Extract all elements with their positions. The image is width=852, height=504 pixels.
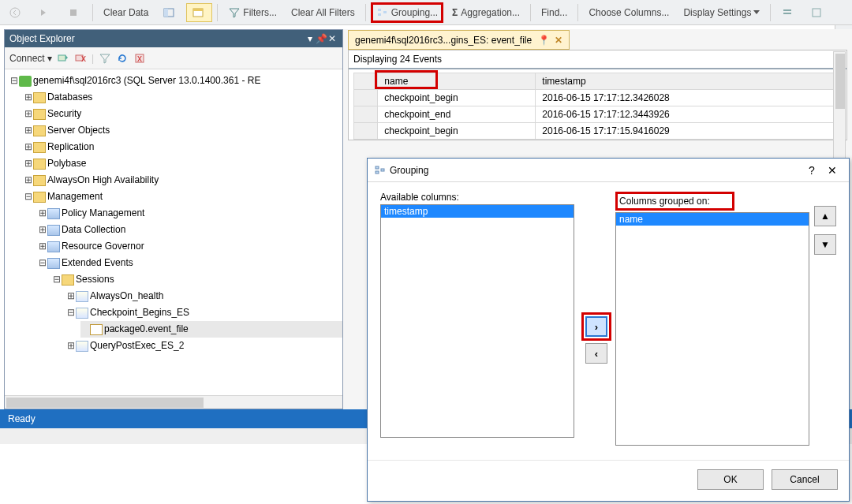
tree-replication[interactable]: Replication [47, 141, 94, 152]
dialog-help-button[interactable]: ? [802, 164, 822, 177]
svg-rect-3 [164, 9, 168, 17]
overflow-1-button[interactable] [775, 3, 802, 22]
pin-icon[interactable]: 📌 [316, 33, 327, 44]
svg-rect-6 [378, 9, 381, 11]
grid-corner [354, 73, 378, 90]
tree-policy-mgmt[interactable]: Policy Management [62, 207, 144, 218]
list-item[interactable]: name [616, 213, 809, 226]
tree-server-objects[interactable]: Server Objects [47, 125, 110, 136]
grid-cell[interactable]: checkpoint_begin [378, 90, 536, 106]
tree-server-node[interactable]: genemi4f\sql2016rc3 (SQL Server 13.0.140… [33, 75, 260, 86]
document-body: Displaying 24 Events name timestamp chec… [348, 50, 847, 140]
tree-extended-events[interactable]: Extended Events [62, 257, 133, 268]
grouped-columns-label: Columns grouped on: [615, 192, 734, 211]
grid-cell[interactable]: checkpoint_end [378, 106, 536, 123]
grid-col-timestamp[interactable]: timestamp [536, 73, 841, 90]
tree-alwayson-health[interactable]: AlwaysOn_health [90, 290, 163, 301]
tree-checkpoint-begins[interactable]: Checkpoint_Begins_ES [90, 307, 189, 318]
available-columns-listbox[interactable]: timestamp [380, 204, 574, 438]
filters-button[interactable]: Filters... [222, 3, 282, 22]
overflow-2-button[interactable] [805, 3, 831, 22]
choose-columns-button[interactable]: Choose Columns... [583, 3, 674, 22]
tab-close-icon[interactable]: ✕ [555, 35, 562, 46]
find-button[interactable]: Find... [536, 3, 573, 22]
grid-cell[interactable]: 2016-06-15 17:17:15.9416029 [536, 123, 841, 140]
svg-rect-12 [58, 55, 65, 61]
cancel-button[interactable]: Cancel [772, 469, 838, 490]
move-up-button[interactable]: ▲ [814, 206, 836, 226]
oe-hscrollbar[interactable] [5, 395, 342, 409]
tree-sessions[interactable]: Sessions [76, 274, 114, 285]
tree-alwayson-ha[interactable]: AlwaysOn High Availability [47, 174, 159, 185]
connect-button[interactable]: Connect ▾ [9, 53, 52, 64]
clear-data-button[interactable]: Clear Data [98, 3, 154, 22]
svg-point-0 [10, 8, 20, 17]
oe-filter-icon[interactable] [99, 52, 111, 65]
list-item[interactable]: timestamp [381, 205, 574, 218]
grid-cell[interactable]: checkpoint_begin [378, 123, 536, 140]
tab-pin-icon[interactable]: 📍 [538, 35, 550, 46]
svg-rect-18 [376, 171, 379, 174]
tree-polybase[interactable]: Polybase [47, 158, 86, 169]
svg-rect-11 [813, 9, 820, 17]
oe-stop-icon[interactable]: x [133, 52, 146, 65]
oe-connect-icon[interactable] [57, 52, 69, 65]
move-left-button[interactable]: ‹ [585, 343, 607, 364]
oe-disconnect-icon[interactable]: x [74, 52, 87, 65]
oe-refresh-icon[interactable] [116, 52, 129, 65]
object-explorer-pane: Object Explorer ▾ 📌 ✕ Connect ▾ x | x ⊟g… [4, 29, 343, 409]
ok-button[interactable]: OK [697, 469, 764, 490]
move-down-button[interactable]: ▼ [814, 234, 836, 255]
display-settings-button[interactable]: Display Settings [678, 3, 765, 22]
grouping-dialog: Grouping ? ✕ Available columns: timestam… [367, 158, 850, 502]
aggregation-button[interactable]: ΣAggregation... [447, 3, 525, 22]
toggle-1-button[interactable] [157, 3, 183, 22]
svg-text:x: x [81, 53, 86, 64]
svg-rect-5 [193, 9, 203, 11]
grid-col-name[interactable]: name [378, 73, 536, 90]
document-tab[interactable]: genemi4f\sql2016rc3...gins_ES: event_fil… [348, 30, 570, 50]
stop-button[interactable] [62, 3, 88, 22]
tree-querypostexec[interactable]: QueryPostExec_ES_2 [90, 340, 184, 351]
pane-menu-icon[interactable]: ▾ [308, 33, 312, 44]
dialog-close-button[interactable]: ✕ [822, 164, 843, 177]
grouping-button[interactable]: Grouping... [371, 2, 443, 23]
dialog-titlebar[interactable]: Grouping ? ✕ [368, 159, 849, 182]
svg-rect-19 [381, 169, 384, 171]
svg-rect-8 [383, 11, 387, 13]
toggle-2-button[interactable] [186, 3, 212, 22]
events-grid[interactable]: name timestamp checkpoint_begin2016-06-1… [353, 73, 841, 140]
object-explorer-title: Object Explorer ▾ 📌 ✕ [5, 30, 342, 47]
tree-management[interactable]: Management [47, 191, 103, 202]
close-icon[interactable]: ✕ [327, 33, 338, 44]
svg-rect-17 [376, 166, 379, 169]
main-toolbar: Clear Data Filters... Clear All Filters … [0, 0, 852, 25]
tree-resource-gov[interactable]: Resource Governor [62, 241, 144, 252]
move-right-button[interactable]: › [585, 316, 607, 337]
tree-data-collection[interactable]: Data Collection [62, 224, 125, 235]
nav-fwd-button[interactable] [32, 3, 58, 22]
tree-security[interactable]: Security [47, 108, 81, 119]
object-explorer-toolbar: Connect ▾ x | x [5, 47, 342, 69]
tree-package0-file[interactable]: package0.event_file [104, 323, 189, 334]
svg-rect-9 [783, 9, 791, 11]
svg-rect-7 [378, 13, 381, 16]
tree-databases[interactable]: Databases [47, 91, 92, 103]
dialog-title: Grouping [390, 165, 428, 176]
nav-back-button[interactable] [3, 3, 29, 22]
object-explorer-tree[interactable]: ⊟genemi4f\sql2016rc3 (SQL Server 13.0.14… [5, 69, 342, 395]
svg-rect-10 [783, 13, 791, 14]
grouped-columns-listbox[interactable]: name [615, 212, 809, 446]
grid-cell[interactable]: 2016-06-15 17:17:12.3426028 [536, 90, 841, 106]
dialog-icon [374, 164, 387, 177]
grid-cell[interactable]: 2016-06-15 17:17:12.3443926 [536, 106, 841, 123]
svg-text:x: x [137, 53, 142, 64]
event-count-label: Displaying 24 Events [349, 50, 846, 69]
svg-rect-1 [70, 9, 77, 16]
available-columns-label: Available columns: [380, 192, 574, 203]
clear-all-filters-button[interactable]: Clear All Filters [286, 3, 361, 22]
